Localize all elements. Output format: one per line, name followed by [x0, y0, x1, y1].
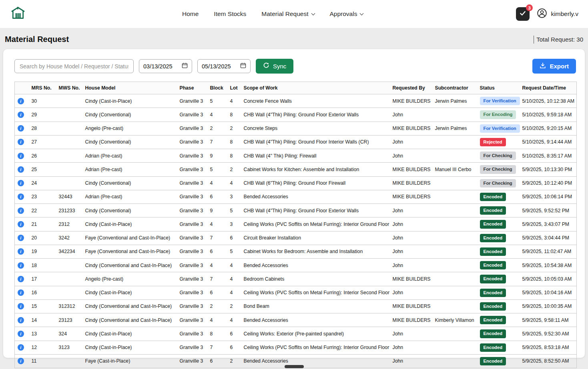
date-to-input[interactable] — [202, 63, 236, 70]
info-icon[interactable]: i — [18, 112, 24, 118]
table-row: i15312312Cindy (Conventional and Cast-In… — [15, 299, 577, 313]
brand-logo[interactable] — [10, 6, 26, 22]
nav-item-item-stocks[interactable]: Item Stocks — [214, 10, 246, 18]
info-cell: i — [15, 286, 30, 299]
cell-lot: 6 — [229, 327, 242, 341]
cell-requested-by: MIKE BUILDERS — [391, 122, 433, 135]
export-button[interactable]: Export — [532, 59, 576, 74]
page-header: Material Request Total Request: 30 — [0, 28, 588, 49]
info-icon[interactable]: i — [18, 248, 24, 255]
cell-requested-by: MIKE BUILDERS — [391, 94, 433, 108]
info-icon[interactable]: i — [18, 331, 24, 337]
status-badge: For Verification — [480, 124, 520, 133]
total-divider — [534, 36, 534, 44]
cell-request-datetime: 5/9/2025, 10:04:16 AM — [521, 286, 577, 299]
cell-status: Encoded — [478, 299, 521, 313]
info-icon[interactable]: i — [18, 303, 24, 309]
info-icon[interactable]: i — [18, 221, 24, 227]
info-icon[interactable]: i — [18, 235, 24, 241]
cell-mws: 3242 — [57, 231, 84, 245]
export-button-label: Export — [550, 63, 569, 70]
cell-mws: 23123 — [57, 313, 84, 327]
cell-subcontractor — [433, 108, 478, 122]
date-to-field[interactable] — [197, 59, 251, 73]
cell-subcontractor — [433, 299, 478, 313]
cell-mws — [57, 176, 84, 190]
notification-badge: 3 — [526, 4, 533, 11]
navbar: HomeItem StocksMaterial RequestApprovals… — [0, 0, 588, 28]
cell-mws — [57, 272, 84, 286]
cell-request-datetime: 5/9/2025, 8:53:18 AM — [521, 341, 577, 354]
table-row: i13324Cindy (Cast-in-Place)Granville 386… — [15, 327, 577, 341]
info-icon[interactable]: i — [18, 289, 24, 296]
cell-requested-by: John — [391, 231, 433, 245]
column-header-subcontractor: Subcontractor — [433, 82, 478, 94]
table-row: i212312Cindy (Cast-in-Place)Granville 34… — [15, 217, 577, 231]
download-icon — [540, 62, 546, 70]
column-header-status: Status — [478, 82, 521, 94]
cell-mrs: 19 — [30, 245, 57, 258]
cell-status: Encoded — [478, 272, 521, 286]
notifications-button[interactable]: 3 — [516, 7, 530, 21]
cell-house-model: Cindy (Cast-in-Place) — [84, 327, 178, 341]
cell-status: For Checking — [478, 163, 521, 176]
cell-mrs: 28 — [30, 122, 57, 135]
nav-item-material-request[interactable]: Material Request — [261, 10, 314, 18]
nav-item-approvals[interactable]: Approvals — [330, 10, 363, 18]
cell-request-datetime: 5/9/2025, 9:52:30 AM — [521, 327, 577, 341]
info-icon[interactable]: i — [18, 358, 24, 364]
info-icon[interactable]: i — [18, 344, 24, 351]
info-icon[interactable]: i — [18, 98, 24, 104]
cell-scope: Ceiling Works (PVC Soffits on Metal Furr… — [242, 286, 391, 299]
cell-block: 2 — [209, 122, 229, 135]
cell-mrs: 16 — [30, 286, 57, 299]
cell-block: 4 — [209, 108, 229, 122]
info-icon[interactable]: i — [18, 166, 24, 173]
cell-phase: Granville 3 — [178, 313, 209, 327]
cell-request-datetime: 5/10/2025, 9:14:44 AM — [521, 135, 577, 149]
cell-subcontractor — [433, 286, 478, 299]
cell-request-datetime: 5/10/2025, 8:35:17 AM — [521, 149, 577, 163]
info-icon[interactable]: i — [18, 276, 24, 282]
table-row: i29Cindy (Conventional)Granville 348CHB … — [15, 108, 577, 122]
cell-house-model: Cindy (Conventional) — [84, 204, 178, 217]
column-header-house-model: House Model — [84, 82, 178, 94]
cell-block: 8 — [209, 327, 229, 341]
cell-lot: 6 — [229, 231, 242, 245]
info-icon[interactable]: i — [18, 193, 24, 200]
cell-block: 7 — [209, 341, 229, 354]
info-icon[interactable]: i — [18, 125, 24, 132]
status-badge: Rejected — [480, 138, 506, 146]
info-icon[interactable]: i — [18, 207, 24, 214]
cell-status: Encoded — [478, 217, 521, 231]
info-icon[interactable]: i — [18, 139, 24, 145]
cell-subcontractor — [433, 149, 478, 163]
cell-house-model: Cindy (Cast-in-Place) — [84, 217, 178, 231]
cell-scope: Ceiling Works (PVC Soffits on Metal Furr… — [242, 341, 391, 354]
info-icon[interactable]: i — [18, 180, 24, 186]
cell-scope: Bended Accessories — [242, 354, 391, 368]
nav-item-home[interactable]: Home — [182, 10, 199, 18]
info-icon[interactable]: i — [18, 262, 24, 269]
column-header-mrs-no-: MRS No. — [30, 82, 57, 94]
cell-lot: 8 — [229, 135, 242, 149]
status-badge: Encoded — [480, 220, 506, 228]
cell-house-model: Adrian (Pre-cast) — [84, 163, 178, 176]
date-from-input[interactable] — [143, 63, 178, 70]
cell-house-model: Adrian (Pre-cast) — [84, 190, 178, 203]
table-row: i27Cindy (Conventional)Granville 378CHB … — [15, 135, 577, 149]
navbar-right: 3 kimberly.v — [516, 7, 578, 21]
sync-button[interactable]: Sync — [256, 59, 293, 74]
page-title: Material Request — [5, 35, 69, 44]
cell-mrs: 29 — [30, 108, 57, 122]
search-input[interactable] — [14, 59, 134, 73]
cell-requested-by: MIKE BUILDERS — [391, 272, 433, 286]
user-menu[interactable]: kimberly.v — [537, 8, 578, 20]
cell-scope: Concrete Steps — [242, 122, 391, 135]
cell-house-model: Faye (Conventional and Cast-In-Place) — [84, 231, 178, 245]
cell-phase: Granville 3 — [178, 176, 209, 190]
info-icon[interactable]: i — [18, 153, 24, 159]
status-badge: For Checking — [480, 165, 516, 174]
date-from-field[interactable] — [139, 59, 192, 73]
info-icon[interactable]: i — [18, 317, 24, 323]
